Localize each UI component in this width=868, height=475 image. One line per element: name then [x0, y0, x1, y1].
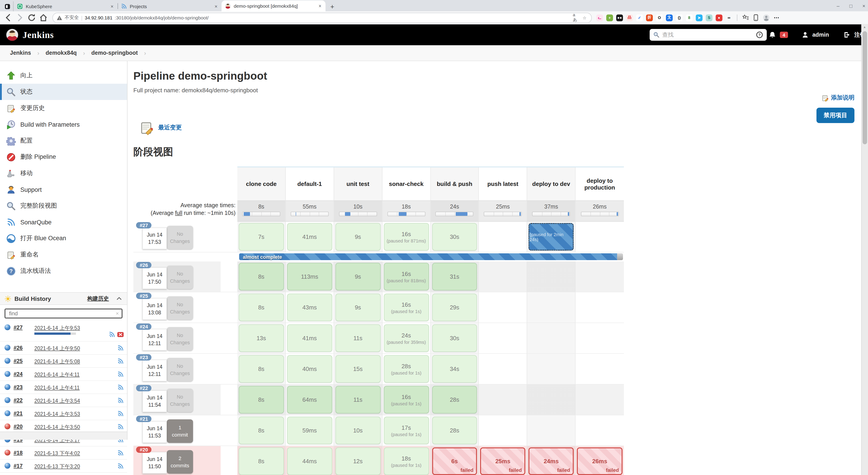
tab-close-icon[interactable]: ×: [110, 3, 114, 9]
jenkins-title[interactable]: Jenkins: [23, 30, 54, 40]
stage-cell-success[interactable]: 40ms: [287, 355, 332, 383]
stage-cell-success[interactable]: 15s: [336, 355, 381, 383]
sidebar-item-向上[interactable]: 向上: [0, 67, 127, 84]
stage-cell-success[interactable]: 41ms: [287, 223, 332, 250]
clear-find-icon[interactable]: ×: [116, 310, 119, 317]
build-ball-red-icon[interactable]: [4, 423, 10, 429]
stage-cell-success[interactable]: 8s: [239, 417, 284, 444]
stage-cell-success[interactable]: 64ms: [287, 386, 332, 414]
stage-cell-success[interactable]: 31s: [432, 263, 477, 291]
stage-cell-success[interactable]: 8s: [239, 263, 284, 291]
logout-icon[interactable]: [843, 31, 850, 38]
ext-zhe-icon[interactable]: 折: [646, 14, 653, 21]
build-ball-red-icon[interactable]: [4, 450, 10, 455]
build-number-badge[interactable]: #26: [136, 262, 152, 268]
stage-cell-success[interactable]: 7s: [239, 223, 284, 250]
sidebar-item-移动[interactable]: 移动: [0, 165, 127, 181]
ext-inf-icon[interactable]: ∞: [725, 14, 733, 21]
build-date-link[interactable]: 2021-6-13 下午3:20: [34, 463, 80, 470]
ext-cat-icon[interactable]: ᓚ: [596, 14, 603, 21]
ext-copy-icon[interactable]: ➤: [696, 14, 703, 21]
stage-cell-success[interactable]: 16s(paused for 1s): [383, 386, 429, 414]
browser-tab[interactable]: Projects×: [118, 1, 221, 11]
job-progress-bar[interactable]: almost complete: [239, 253, 617, 260]
build-ball-blue-icon[interactable]: [4, 358, 10, 364]
ext-trans-icon[interactable]: 文: [666, 14, 673, 21]
notifications-bell-icon[interactable]: [769, 31, 776, 39]
reload-icon[interactable]: [26, 12, 37, 23]
build-date-link[interactable]: 2021-6-14 上午9:53: [34, 325, 80, 332]
stage-cell-success[interactable]: 28s: [432, 386, 477, 414]
jenkins-logo-icon[interactable]: [5, 28, 19, 41]
breadcrumb-item[interactable]: Jenkins: [10, 50, 31, 56]
sidebar-item-重命名[interactable]: 重命名: [0, 246, 127, 263]
sidebar-item-build-with-parameters[interactable]: Build with Parameters: [0, 116, 127, 132]
breadcrumb-item[interactable]: demo-springboot: [91, 50, 138, 56]
stage-cell-failed[interactable]: 24msfailed: [529, 447, 574, 475]
build-history-find-input[interactable]: [8, 310, 116, 317]
sidebar-item-sonarqube[interactable]: SonarQube: [0, 214, 127, 230]
build-id-link[interactable]: #18: [13, 450, 23, 456]
build-changes-box[interactable]: NoChanges: [167, 296, 193, 320]
stage-cell-success[interactable]: 16s(paused for 1s): [383, 294, 429, 321]
more-menu-icon[interactable]: ⋯: [773, 14, 780, 21]
build-date-link[interactable]: 2021-6-14 上午5:08: [34, 358, 80, 365]
notification-count-badge[interactable]: 4: [780, 32, 788, 38]
stage-cell-success[interactable]: 12s: [336, 447, 381, 475]
not-secure-warning-icon[interactable]: [57, 15, 62, 21]
new-tab-button[interactable]: +: [327, 1, 337, 11]
scrollbar-thumb[interactable]: [863, 31, 867, 144]
translate-icon[interactable]: aあ: [573, 14, 579, 21]
disable-project-button[interactable]: 禁用项目: [816, 108, 855, 123]
build-changes-box[interactable]: NoChanges: [167, 327, 193, 351]
home-icon[interactable]: [38, 12, 49, 23]
stage-cell-success[interactable]: 9s: [336, 263, 381, 291]
stage-cell-success[interactable]: 8s: [239, 294, 284, 321]
build-date-box[interactable]: Jun 1417:50: [143, 267, 167, 289]
forward-icon[interactable]: [14, 12, 25, 23]
browser-logo-icon[interactable]: [4, 3, 11, 10]
build-id-link[interactable]: #23: [13, 384, 23, 390]
stop-x-icon[interactable]: [117, 331, 124, 338]
stage-cell-success[interactable]: 16s(paused for 818ms): [383, 263, 429, 291]
collections-icon[interactable]: [742, 14, 749, 21]
build-changes-box[interactable]: 2commits: [167, 450, 193, 474]
stage-cell-success[interactable]: 44ms: [287, 447, 332, 475]
build-date-box[interactable]: Jun 1411:54: [143, 390, 167, 412]
build-id-link[interactable]: #20: [13, 423, 23, 430]
build-number-badge[interactable]: #27: [136, 222, 152, 229]
breadcrumb-item[interactable]: demokx84q: [46, 50, 77, 56]
build-date-link[interactable]: 2021-6-14 上午3:53: [34, 411, 80, 418]
stage-cell-success[interactable]: 16s(paused for 871ms): [383, 223, 429, 250]
build-history-item[interactable]: #212021-6-14 上午3:53: [0, 407, 127, 420]
build-changes-box[interactable]: 1commit: [167, 419, 193, 443]
build-history-item[interactable]: #252021-6-14 上午5:08: [0, 355, 127, 368]
sidebar-item-删除-pipeline[interactable]: 删除 Pipeline: [0, 149, 127, 165]
build-date-link[interactable]: 2021-6-14 上午4:11: [34, 385, 80, 391]
build-number-badge[interactable]: #22: [136, 385, 152, 391]
stage-cell-success[interactable]: 30s: [432, 324, 477, 352]
user-name[interactable]: admin: [812, 32, 829, 38]
sonar-arcs-icon[interactable]: [117, 384, 124, 391]
build-history-item[interactable]: #172021-6-13 下午3:20: [0, 459, 127, 473]
stage-cell-success[interactable]: 41ms: [287, 324, 332, 352]
stage-cell-success[interactable]: 11s: [336, 324, 381, 352]
sidebar-item-流水线语法[interactable]: ?流水线语法: [0, 263, 127, 279]
sidebar-item-状态[interactable]: 状态: [0, 84, 127, 100]
tab-close-icon[interactable]: ×: [318, 3, 322, 8]
stage-cell-success[interactable]: 17s(paused for 1s): [383, 417, 429, 444]
build-history-item[interactable]: #262021-6-14 上午9:50: [0, 342, 127, 355]
build-history-item[interactable]: #222021-6-14 上午3:54: [0, 394, 127, 407]
ext-s-icon[interactable]: S: [706, 14, 712, 21]
build-date-box[interactable]: Jun 1412:11: [143, 329, 167, 351]
user-icon[interactable]: [802, 31, 809, 38]
build-date-link[interactable]: 2021-6-14 上午3:50: [34, 424, 80, 431]
stage-cell-success[interactable]: 34s: [432, 355, 477, 383]
build-date-box[interactable]: Jun 1411:53: [143, 421, 167, 443]
profile-avatar-icon[interactable]: [763, 14, 770, 21]
sidebar-item-变更历史[interactable]: 变更历史: [0, 100, 127, 116]
tab-close-icon[interactable]: ×: [214, 3, 218, 9]
ext-tree-icon[interactable]: 品: [626, 14, 633, 21]
stage-cell-success[interactable]: 9s: [336, 223, 381, 250]
build-date-box[interactable]: Jun 1412:11: [143, 360, 167, 381]
